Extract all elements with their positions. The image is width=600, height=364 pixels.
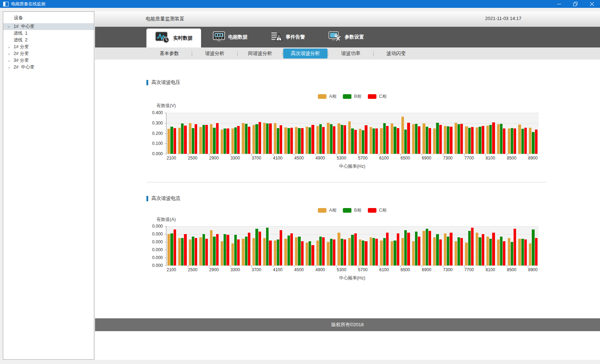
- legend-item-C相[interactable]: C相: [368, 93, 387, 100]
- bar-C相-7700: [471, 228, 474, 266]
- bar-C相-3500: [248, 233, 250, 266]
- bar-C相-5300: [344, 239, 346, 266]
- bar-A相-4100: [274, 241, 276, 266]
- subtab-3[interactable]: 高次谐波分析: [283, 49, 328, 59]
- section-accent-bar: [146, 80, 148, 85]
- bar-A相-5300: [338, 123, 340, 154]
- tree-item-6[interactable]: ›2# 中心变: [3, 64, 94, 71]
- legend-label: A相: [329, 93, 336, 100]
- bar-C相-4500: [301, 241, 304, 266]
- bar-A相-7900: [476, 233, 478, 266]
- legend-item-A相[interactable]: A相: [318, 93, 336, 100]
- subtab-0[interactable]: 基本参数: [147, 49, 191, 59]
- current-bar-plot: 0.0000.0000.0000.0000.0000.000: [166, 226, 539, 266]
- bar-B相-6300: [394, 241, 396, 266]
- bar-A相-2700: [199, 237, 202, 266]
- legend-item-C相[interactable]: C相: [368, 207, 387, 213]
- bar-A相-7700: [465, 126, 468, 154]
- bar-A相-5300: [338, 233, 340, 266]
- bar-group-7300: [443, 226, 454, 266]
- tab-3[interactable]: 参数设置: [329, 31, 364, 43]
- tab-realtime-data[interactable]: 实时数据: [146, 29, 201, 47]
- bar-group-8300: [496, 113, 507, 154]
- tree-item-label: 3# 分变: [14, 57, 29, 64]
- x-tick-label: 2500: [188, 156, 198, 161]
- bar-A相-3700: [252, 125, 255, 154]
- tree-item-label: 1# 中心变: [14, 24, 34, 30]
- tree-item-1[interactable]: 进线 1: [3, 30, 94, 37]
- bar-A相-7300: [444, 126, 446, 154]
- bar-C相-3300: [237, 126, 240, 154]
- tree-item-label: 1# 分变: [14, 44, 29, 50]
- bar-B相-2900: [213, 237, 215, 266]
- tree-item-3[interactable]: ›1# 分变: [3, 44, 94, 50]
- tree-item-5[interactable]: ›3# 分变: [3, 57, 94, 64]
- chevron-right-icon[interactable]: ›: [6, 59, 11, 63]
- subtab-5[interactable]: 波动闪变: [374, 49, 418, 59]
- x-tick-label: 2900: [209, 267, 219, 272]
- voltage-bar-plot: 0.4000.3000.2000.1000.000: [166, 113, 539, 154]
- close-button[interactable]: [584, 0, 600, 8]
- tree-item-0[interactable]: ›1# 中心变: [3, 23, 94, 30]
- legend-swatch: [318, 94, 326, 99]
- bar-C相-7500: [460, 238, 463, 266]
- bar-B相-3100: [224, 234, 226, 266]
- minimize-button[interactable]: [551, 0, 567, 8]
- legend-item-B相[interactable]: B相: [343, 93, 361, 100]
- subtab-separator: [192, 51, 192, 56]
- subtab-1[interactable]: 谐波分析: [192, 49, 237, 59]
- bar-B相-7300: [447, 126, 449, 154]
- gridline: [166, 154, 539, 154]
- device-tree-header: 设备: [3, 12, 94, 23]
- chevron-right-icon[interactable]: ›: [6, 65, 11, 70]
- bar-group-5500: [347, 226, 358, 266]
- x-tick-label: 6500: [400, 156, 410, 161]
- bar-group-7500: [454, 226, 464, 266]
- bar-B相-5700: [362, 130, 364, 154]
- bar-C相-7100: [439, 239, 442, 266]
- chevron-right-icon[interactable]: ›: [6, 52, 11, 56]
- legend-label: B相: [354, 93, 361, 100]
- subtab-4[interactable]: 谐波功率: [329, 49, 373, 59]
- tree-item-2[interactable]: 进线 2: [3, 37, 94, 44]
- tab-2[interactable]: 事件告警: [271, 31, 305, 43]
- bar-group-6500: [400, 113, 411, 154]
- tree-item-4[interactable]: ›2# 分变: [3, 50, 94, 57]
- bar-C相-4300: [290, 233, 293, 266]
- bar-C相-6700: [418, 237, 420, 266]
- bar-B相-4300: [288, 236, 290, 266]
- legend-item-A相[interactable]: A相: [318, 207, 336, 213]
- y-tick-label: 0.300: [152, 121, 163, 126]
- bar-group-7100: [432, 113, 443, 154]
- legend-item-B相[interactable]: B相: [343, 207, 361, 213]
- bar-B相-3900: [266, 228, 269, 266]
- subtab-2[interactable]: 间谐波分析: [238, 49, 282, 59]
- chevron-down-icon[interactable]: ›: [7, 24, 11, 29]
- bar-B相-4700: [309, 241, 311, 266]
- bar-B相-6500: [404, 130, 407, 154]
- legend-label: B相: [354, 207, 361, 213]
- restore-button[interactable]: [567, 0, 584, 8]
- bar-B相-8300: [500, 237, 502, 266]
- y-tick-label: 0.200: [152, 131, 163, 136]
- bar-B相-7500: [458, 124, 460, 154]
- section-divider: [146, 182, 546, 182]
- x-tick-label: 2900: [209, 156, 219, 161]
- bar-group-2900: [209, 226, 220, 266]
- device-tree-panel: 设备 ›1# 中心变进线 1进线 2›1# 分变›2# 分变›3# 分变›2# …: [3, 11, 94, 360]
- bar-C相-3700: [259, 122, 261, 154]
- bar-C相-8300: [503, 241, 505, 266]
- window-controls: [551, 0, 600, 8]
- bar-B相-4500: [298, 237, 300, 266]
- current-chart-section: 高次谐波电流 A相B相C相 有效值(A) 0.0000.0000.0000.00…: [95, 195, 600, 295]
- bar-A相-6500: [401, 117, 404, 154]
- bar-A相-2100: [168, 234, 170, 266]
- chevron-right-icon[interactable]: ›: [6, 45, 11, 49]
- bar-C相-2700: [205, 125, 208, 154]
- bar-group-5700: [358, 113, 369, 154]
- bar-C相-2700: [205, 239, 208, 266]
- bar-C相-8500: [514, 229, 516, 266]
- tab-1[interactable]: 电能数据: [213, 31, 248, 43]
- bar-group-7700: [464, 226, 475, 266]
- y-tick-label: 0.000: [152, 232, 163, 237]
